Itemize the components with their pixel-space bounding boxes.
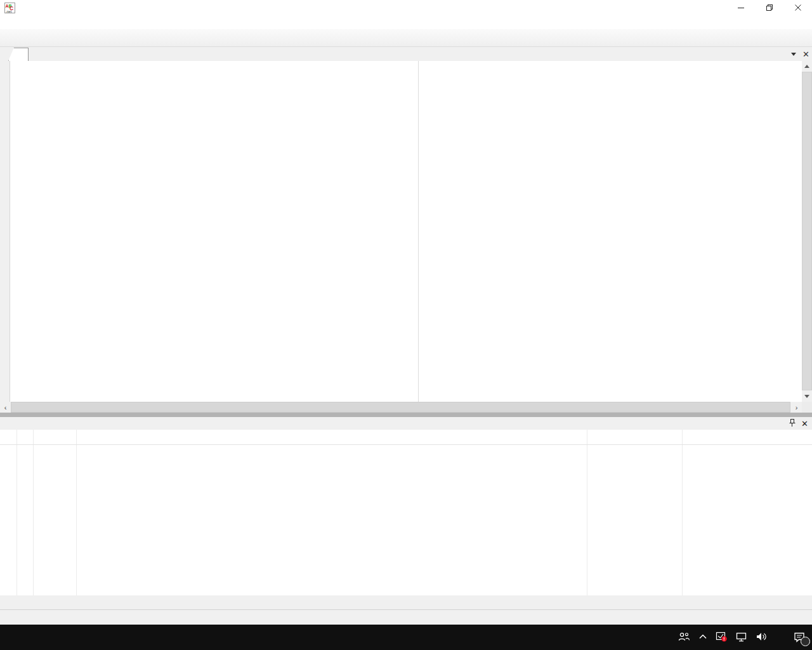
menu-bar [0, 15, 812, 29]
error-panel-header: ✕ [0, 417, 812, 430]
close-button[interactable] [783, 0, 812, 15]
tab-list-dropdown-icon[interactable] [791, 53, 796, 56]
pascalabc-logo-icon: ABC.net [4, 3, 15, 13]
code-editor[interactable] [0, 61, 802, 402]
vertical-scrollbar[interactable] [802, 61, 812, 402]
notification-badge [801, 637, 810, 646]
panel-splitter[interactable] [0, 413, 812, 417]
svg-text:!: ! [723, 637, 724, 641]
chevron-up-icon[interactable] [698, 633, 707, 642]
arrow-down-icon [804, 395, 809, 398]
pin-icon[interactable] [789, 418, 796, 429]
scroll-left-button[interactable]: ‹ [0, 402, 11, 413]
vertical-scroll-thumb[interactable] [802, 72, 812, 390]
volume-icon[interactable] [756, 631, 768, 644]
output-tabs [0, 595, 812, 609]
scrollbar-corner [802, 402, 812, 413]
action-center-button[interactable] [793, 631, 806, 644]
title-bar: ABC.net [0, 0, 812, 15]
horizontal-scrollbar[interactable]: ‹ › [0, 402, 802, 413]
tab-close-icon[interactable]: ✕ [802, 50, 809, 58]
tray-notification-app-icon[interactable]: ! [716, 631, 728, 644]
caret-position-label [757, 613, 780, 622]
people-icon[interactable] [678, 631, 690, 644]
scroll-up-button[interactable] [802, 61, 812, 72]
toolbar [0, 29, 812, 47]
editor-gutter [0, 61, 10, 402]
svg-text:.net: .net [6, 9, 12, 13]
error-list-table [0, 430, 812, 595]
horizontal-scroll-thumb[interactable] [11, 402, 790, 413]
scroll-down-button[interactable] [802, 391, 812, 402]
restore-button[interactable] [755, 0, 783, 15]
document-tab[interactable] [8, 48, 29, 61]
right-margin-guide [418, 61, 419, 402]
error-table-header [0, 430, 812, 445]
minimize-button[interactable] [726, 0, 755, 15]
status-bar [0, 609, 812, 625]
document-tab-bar: ✕ [0, 47, 812, 61]
error-panel-close-icon[interactable]: ✕ [801, 420, 808, 428]
system-tray: ! [678, 625, 812, 650]
windows-taskbar: ! [0, 625, 812, 650]
arrow-up-icon [804, 65, 809, 68]
pascalabc-window: ABC.net ✕ ‹ › [0, 0, 812, 650]
scroll-right-button[interactable]: › [791, 402, 802, 413]
network-icon[interactable] [736, 631, 747, 644]
